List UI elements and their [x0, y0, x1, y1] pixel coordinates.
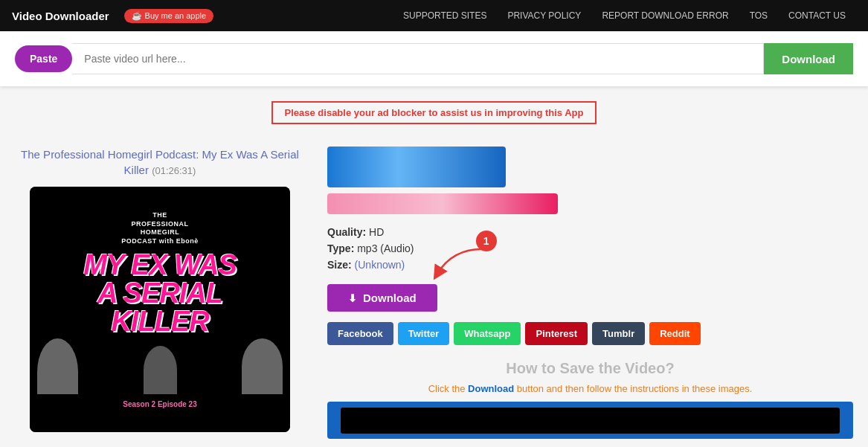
ad-banner-blue — [327, 147, 506, 187]
nav-report-error[interactable]: REPORT DOWNLOAD ERROR — [591, 0, 739, 31]
annotation-arrow — [430, 245, 489, 283]
navbar: Video Downloader Buy me an apple SUPPORT… — [0, 0, 868, 31]
thumb-main-title: MY EX WASA SERIALKILLER — [76, 251, 244, 335]
twitter-share-button[interactable]: Twitter — [398, 322, 450, 345]
type-label: Type: — [327, 242, 354, 254]
quality-value: HD — [369, 226, 384, 238]
how-to-title: How to Save the Video? — [327, 360, 853, 377]
nav-tos[interactable]: TOS — [739, 0, 778, 31]
nav-links: SUPPORTED SITES PRIVACY POLICY REPORT DO… — [393, 0, 856, 31]
thumb-silhouettes — [30, 335, 290, 397]
size-row: Size: (Unknown) — [327, 259, 853, 271]
ad-notice-text: Please disable your ad blocker to assist… — [271, 101, 597, 124]
nav-contact-us[interactable]: CONTACT US — [778, 0, 856, 31]
download-action-wrap: Download 1 — [327, 275, 437, 322]
main-content: The Professional Homegirl Podcast: My Ex… — [0, 139, 868, 446]
main-download-button[interactable]: Download — [764, 43, 853, 74]
video-preview-strip — [327, 402, 853, 439]
tumblr-share-button[interactable]: Tumblr — [592, 322, 645, 345]
left-panel: The Professional Homegirl Podcast: My Ex… — [15, 147, 305, 439]
whatsapp-share-button[interactable]: Whatsapp — [454, 322, 521, 345]
type-row: Type: mp3 (Audio) — [327, 242, 853, 254]
quality-row: Quality: HD — [327, 226, 853, 238]
search-bar: Paste Download — [0, 31, 868, 86]
video-title: The Professional Homegirl Podcast: My Ex… — [15, 147, 305, 178]
download-action-button[interactable]: Download — [327, 284, 437, 312]
nav-logo: Video Downloader — [12, 10, 109, 22]
share-buttons: Facebook Twitter Whatsapp Pinterest Tumb… — [327, 322, 853, 345]
buy-coffee-button[interactable]: Buy me an apple — [124, 9, 214, 23]
size-label: Size: — [327, 259, 352, 271]
ad-notice: Please disable your ad blocker to assist… — [15, 94, 853, 132]
quality-label: Quality: — [327, 226, 366, 238]
nav-supported-sites[interactable]: SUPPORTED SITES — [393, 0, 497, 31]
pinterest-share-button[interactable]: Pinterest — [525, 322, 588, 345]
thumb-top-text: THEPROFESSIONALHOMEGIRLPODCAST with Ebon… — [121, 211, 199, 246]
ad-banner-pink — [327, 193, 558, 214]
video-duration: (01:26:31) — [152, 165, 196, 176]
thumb-bottom-text: Season 2 Episode 23 — [123, 400, 197, 408]
video-thumbnail: THEPROFESSIONALHOMEGIRLPODCAST with Ebon… — [30, 187, 290, 432]
size-value: (Unknown) — [355, 259, 405, 271]
reddit-share-button[interactable]: Reddit — [649, 322, 700, 345]
how-to-desc: Click the Download button and then follo… — [327, 383, 853, 394]
right-panel: Quality: HD Type: mp3 (Audio) Size: (Unk… — [327, 147, 853, 439]
type-value: mp3 (Audio) — [357, 242, 414, 254]
paste-button[interactable]: Paste — [15, 45, 72, 72]
url-input[interactable] — [72, 43, 764, 74]
facebook-share-button[interactable]: Facebook — [327, 322, 393, 345]
nav-privacy-policy[interactable]: PRIVACY POLICY — [497, 0, 591, 31]
video-strip-inner — [341, 408, 840, 434]
